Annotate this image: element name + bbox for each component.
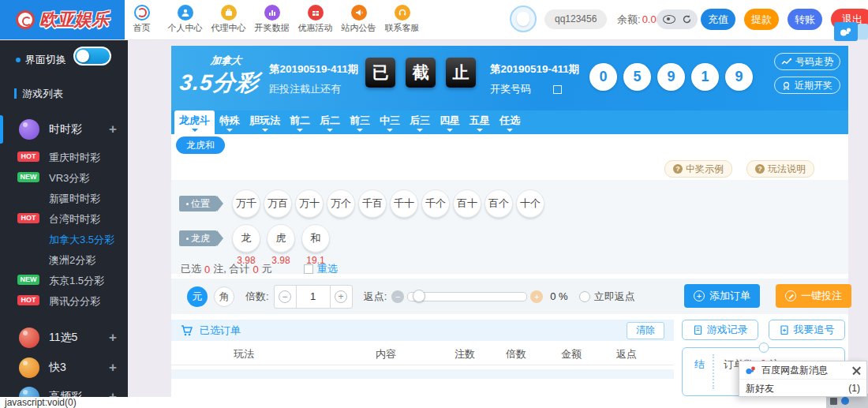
nav-home[interactable]: 首页 (120, 3, 163, 34)
winning-example-link[interactable]: ? 中奖示例 (664, 160, 732, 178)
avatar[interactable] (510, 6, 537, 32)
sidebar-item-xinjiang[interactable]: 新疆时时彩 (0, 188, 128, 208)
sidebar-item-tokyo15[interactable]: NEW 东京1.5分彩 (0, 270, 128, 290)
orders-title: 已选订单 (200, 324, 241, 338)
tab-any-select[interactable]: 任选 (495, 110, 525, 134)
subtab-dragon-tiger-draw[interactable]: 龙虎和 (176, 137, 225, 154)
sidebar-item-taiwan[interactable]: HOT 台湾时时彩 (0, 208, 128, 229)
tab-front-two[interactable]: 前二 (285, 110, 315, 134)
clear-orders-button[interactable]: 清除 (627, 322, 664, 339)
medal-icon (782, 81, 791, 90)
transfer-button[interactable]: 转账 (788, 9, 822, 30)
expand-plus-icon[interactable]: + (109, 360, 117, 376)
nav-personal-center[interactable]: 个人中心 (163, 3, 207, 34)
reselect-checkbox[interactable] (304, 264, 313, 274)
position-option[interactable]: 十个 (516, 189, 544, 218)
tab-front-three[interactable]: 前三 (345, 110, 375, 134)
sidebar-item-gaopincai[interactable]: 高频彩 + (0, 383, 128, 397)
position-option[interactable]: 千百 (358, 189, 387, 218)
tab-dragon-tiger[interactable]: 龙虎斗 (174, 110, 215, 134)
quick-bet-button[interactable]: 一键投注 (776, 284, 851, 308)
closed-status: 已 截 止 (365, 58, 476, 88)
plus-circle-icon: + (694, 290, 705, 301)
tab-dan-play[interactable]: 胆玩法 (245, 110, 285, 134)
nav-customer-service[interactable]: 联系客服 (380, 3, 424, 34)
add-order-button[interactable]: + 添加订单 (684, 284, 760, 308)
tab-five-star[interactable]: 五星 (465, 110, 495, 134)
rebate-slider-knob[interactable] (413, 290, 425, 302)
expand-plus-icon[interactable]: + (109, 122, 117, 137)
instant-rebate-radio[interactable] (579, 291, 590, 302)
chase-number-button[interactable]: 我要追号 (769, 320, 845, 340)
tab-middle-three[interactable]: 中三 (375, 110, 405, 134)
draw-number: 5 (623, 63, 651, 91)
rebate-minus-button[interactable]: − (391, 290, 404, 303)
notification-item[interactable]: 新好友 (1) (739, 380, 866, 397)
rebate-plus-button[interactable]: + (530, 290, 543, 303)
option-dragon[interactable]: 龙 (232, 224, 260, 253)
position-option[interactable]: 万十 (295, 189, 324, 218)
position-option[interactable]: 万百 (264, 189, 292, 218)
refresh-icon[interactable] (682, 14, 692, 24)
eye-icon[interactable] (663, 15, 675, 24)
position-option[interactable]: 千个 (421, 189, 450, 218)
game-records-button[interactable]: 游戏记录 (682, 320, 758, 340)
sidebar-item-11x5[interactable]: 11选5 + (0, 324, 128, 352)
close-icon[interactable] (852, 366, 861, 375)
recent-draws-button[interactable]: 近期开奖 (774, 77, 840, 94)
increase-button[interactable]: + (331, 286, 352, 308)
multiplier-stepper: − + (274, 285, 353, 309)
tab-special[interactable]: 特殊 (215, 110, 245, 134)
sidebar-item-chongqing[interactable]: HOT 重庆时时彩 (0, 147, 128, 167)
home-logo-icon (134, 5, 150, 21)
option-tie[interactable]: 和 (301, 224, 330, 253)
taskbar-app-icon[interactable] (830, 398, 837, 405)
interface-toggle[interactable] (73, 47, 111, 66)
number-trend-button[interactable]: 号码走势 (774, 53, 840, 70)
nav-draw-data[interactable]: 开奖数据 (250, 3, 294, 34)
draw-checkbox[interactable] (553, 85, 562, 94)
sidebar-item-canada35[interactable]: 加拿大3.5分彩 (0, 229, 128, 249)
nav-promotions[interactable]: 优惠活动 (294, 3, 337, 34)
col-content: 内容 (376, 347, 396, 361)
expand-plus-icon[interactable]: + (109, 330, 117, 346)
baidu-netdisk-float-icon[interactable] (834, 22, 858, 41)
reselect-link[interactable]: 重选 (317, 262, 338, 276)
draw-label: 开奖号码 (490, 82, 531, 96)
nav-announcements[interactable]: 站内公告 (337, 3, 380, 34)
sidebar-item-kuai3[interactable]: 快3 + (0, 354, 128, 382)
taskbar-app-icon[interactable] (841, 397, 849, 405)
expand-plus-icon[interactable]: + (109, 389, 117, 397)
sidebar-item-shishicai[interactable]: 时时彩 + (0, 115, 128, 144)
deposit-button[interactable]: 充值 (701, 9, 735, 30)
unit-jiao-button[interactable]: 角 (214, 286, 234, 307)
position-option[interactable]: 万个 (327, 189, 355, 218)
position-option[interactable]: 百个 (485, 189, 513, 218)
baidu-netdisk-icon (745, 365, 757, 375)
username: qq123456 (544, 9, 607, 29)
position-option[interactable]: 千十 (390, 189, 418, 218)
position-row: 位置 万千 万百 万十 万个 千百 千十 千个 百十 百个 十个 (179, 189, 544, 218)
unit-yuan-button[interactable]: 元 (187, 286, 208, 307)
position-option[interactable]: 万千 (232, 189, 260, 218)
instant-rebate-label[interactable]: 立即返点 (594, 290, 635, 304)
option-tiger[interactable]: 虎 (267, 224, 295, 253)
status-char: 止 (446, 58, 476, 88)
position-option[interactable]: 百十 (453, 189, 481, 218)
tab-back-three[interactable]: 后三 (405, 110, 435, 134)
dragon-tiger-row: 龙虎 龙3.98 虎3.98 和19.1 (179, 224, 330, 266)
play-rules-link[interactable]: ? 玩法说明 (746, 160, 814, 178)
sidebar-item-tencent[interactable]: HOT 腾讯分分彩 (0, 290, 128, 311)
tab-back-two[interactable]: 后二 (315, 110, 345, 134)
sidebar-item-vr3[interactable]: NEW VR3分彩 (0, 167, 128, 188)
chevron-down-icon (297, 129, 303, 132)
rebate-slider-track[interactable] (407, 292, 527, 301)
nav-agent-center[interactable]: 代理中心 (207, 3, 250, 34)
multiplier-label: 倍数: (245, 290, 269, 304)
decrease-button[interactable]: − (275, 286, 296, 308)
withdraw-button[interactable]: 提款 (744, 9, 779, 30)
sidebar-item-aozhou2[interactable]: 澳洲2分彩 (0, 249, 128, 270)
site-logo[interactable]: 欧亚娱乐 (0, 0, 125, 39)
multiplier-input[interactable] (296, 286, 331, 308)
tab-four-star[interactable]: 四星 (435, 110, 465, 134)
